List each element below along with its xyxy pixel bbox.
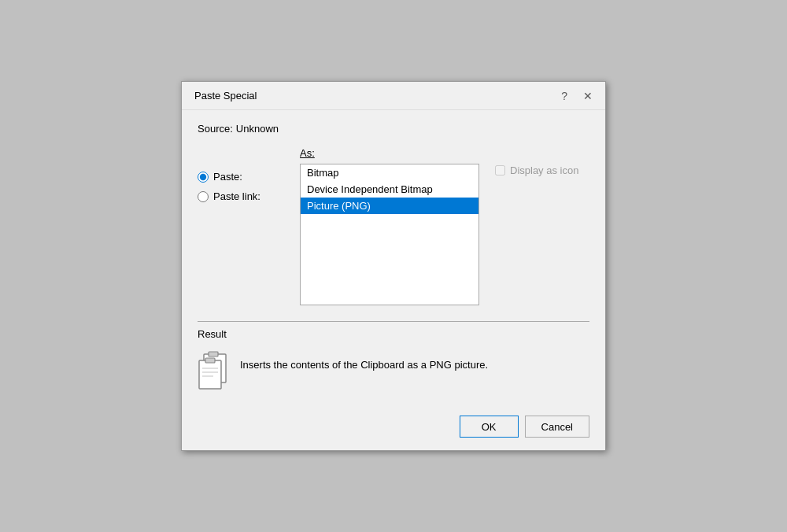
svg-rect-3	[205, 358, 215, 363]
paste-link-radio-item[interactable]: Paste link:	[198, 190, 284, 202]
dialog-title: Paste Special	[194, 90, 257, 102]
paste-link-radio[interactable]	[198, 191, 209, 202]
result-description: Inserts the contents of the Clipboard as…	[240, 351, 488, 371]
as-listbox[interactable]: Bitmap Device Independent Bitmap Picture…	[300, 164, 479, 305]
source-row: Source: Unknown	[198, 123, 589, 135]
result-label: Result	[198, 321, 589, 340]
list-item-png[interactable]: Picture (PNG)	[301, 198, 478, 214]
help-button[interactable]: ?	[558, 89, 571, 103]
ok-button[interactable]: OK	[460, 416, 519, 438]
title-bar: Paste Special ? ✕	[182, 82, 605, 110]
center-panel: As: Bitmap Device Independent Bitmap Pic…	[300, 147, 479, 305]
cancel-button[interactable]: Cancel	[525, 416, 589, 438]
svg-rect-1	[209, 352, 218, 357]
dialog-footer: OK Cancel	[182, 406, 605, 450]
title-bar-controls: ? ✕	[558, 89, 596, 103]
paste-radio[interactable]	[198, 172, 209, 183]
left-panel: Paste: Paste link:	[198, 147, 284, 202]
paste-radio-label: Paste:	[213, 171, 242, 183]
paste-link-radio-label: Paste link:	[213, 190, 260, 202]
paste-special-dialog: Paste Special ? ✕ Source: Unknown Paste:	[181, 81, 606, 451]
result-content: Inserts the contents of the Clipboard as…	[198, 346, 589, 393]
clipboard-icon	[198, 351, 229, 389]
display-as-icon-item[interactable]: Display as icon	[495, 164, 578, 176]
display-as-icon-label: Display as icon	[510, 164, 578, 176]
as-label: As:	[300, 147, 479, 159]
source-label: Source:	[198, 123, 233, 135]
list-item-bitmap[interactable]: Bitmap	[301, 164, 478, 181]
close-button[interactable]: ✕	[580, 89, 596, 103]
paste-radio-item[interactable]: Paste:	[198, 171, 284, 183]
source-value: Unknown	[236, 123, 279, 135]
main-content: Paste: Paste link: As: Bitmap Device Ind…	[198, 147, 589, 305]
svg-rect-2	[199, 360, 221, 389]
dialog-body: Source: Unknown Paste: Paste link:	[182, 110, 605, 406]
radio-group: Paste: Paste link:	[198, 171, 284, 202]
result-section: Result	[198, 321, 589, 393]
display-as-icon-checkbox[interactable]	[495, 165, 505, 175]
right-panel: Display as icon	[495, 147, 589, 176]
list-item-dib[interactable]: Device Independent Bitmap	[301, 181, 478, 198]
